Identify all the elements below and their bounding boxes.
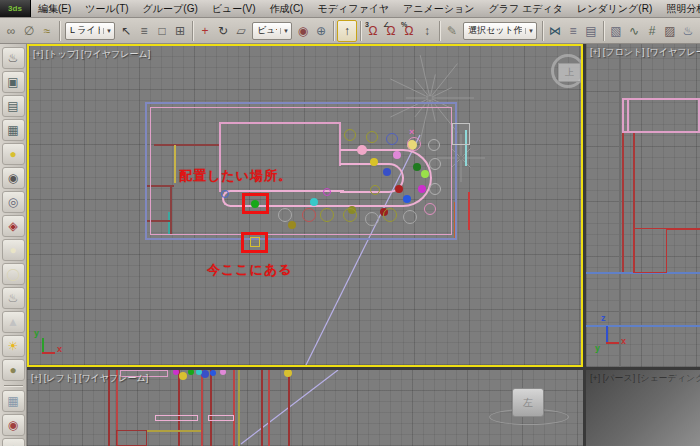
menu-item[interactable]: モディファイヤ [310,2,396,16]
layer-manager-icon[interactable]: ▤ [582,21,600,41]
select-and-rotate-icon[interactable]: ↻ [214,21,232,41]
mirror-icon[interactable]: ⋈ [546,21,564,41]
light-ring [320,208,334,222]
use-pivot-center-icon[interactable]: ◉ [294,21,312,41]
menu-item[interactable]: 作成(C) [263,2,311,16]
rectangular-selection-icon[interactable]: □ [153,21,171,41]
viewport-perspective-label[interactable]: [+] [パース] [シェーディング] [590,372,700,385]
viewport-top-label[interactable]: [+] [トップ] [ワイヤフレーム] [33,48,150,61]
select-and-move-icon[interactable]: + [196,21,214,41]
red-camera-icon[interactable]: ◈ [2,215,25,237]
unlink-selection-icon[interactable]: ∅ [20,21,38,41]
toolbar-separator [542,21,543,41]
wireframe-line [147,430,201,432]
menu-item[interactable]: グループ(G) [136,2,205,16]
wireframe-line [606,342,619,344]
disc-icon[interactable]: ◎ [2,191,25,213]
cone-object-icon[interactable]: ▲ [2,311,25,333]
select-and-link-icon[interactable]: ∞ [2,21,20,41]
gray-teapot-icon[interactable]: ♨ [2,287,25,309]
left-table-1 [155,415,198,421]
wireframe-line [468,192,470,230]
pyramid-icon[interactable]: △ [2,438,25,446]
wireframe-line [42,338,44,352]
wireframe-line [233,370,235,446]
teapot-icon[interactable]: ♨ [2,47,25,69]
spheres-icon[interactable]: ◉ [2,414,25,436]
toolbar-separator [59,21,60,41]
menu-item[interactable]: ビュー(V) [205,2,263,16]
toolbar-separator [360,21,361,41]
angle-snap-icon[interactable]: Ω∠ [382,21,400,41]
wireframe-line [261,370,263,446]
curve-editor-icon[interactable]: ∿ [625,21,643,41]
light-dot [393,151,401,159]
annotation-place-label: 配置したい場所。 [179,167,292,185]
viewport-left-label[interactable]: [+] [レフト] [ワイヤフレーム] [31,372,148,385]
film-camera-icon[interactable]: ◉ [2,167,25,189]
light-ring [370,185,380,195]
console-panel-icon[interactable]: ▦ [2,119,25,141]
viewcube-top-face[interactable]: 上 [558,63,581,82]
sun-icon[interactable]: ☀ [2,335,25,357]
viewport-top[interactable]: ×yx [+] [トップ] [ワイヤフレーム] 上 配置したい場所。 今ここにあ… [27,44,583,367]
viewcube-left-face[interactable]: 左 [512,388,544,417]
wireframe-line [667,228,700,230]
light-ring [424,203,436,215]
wireframe-line [622,133,624,273]
light-dot [421,170,429,178]
toolbar-separator [4,385,23,386]
menu-item[interactable]: 照明分析 [659,2,700,16]
chevron-down-icon: ▼ [525,28,534,34]
window-crossing-icon[interactable]: ⊞ [171,21,189,41]
percent-snap-icon[interactable]: Ω% [400,21,418,41]
ribbon-toggle-icon[interactable]: ▧ [607,21,625,41]
app-logo-icon[interactable]: 3ds [0,0,31,17]
wireframe-line [268,370,270,446]
select-object-icon[interactable]: ↖ [117,21,135,41]
omni-light-icon[interactable]: ● [2,359,25,381]
light-dot [179,372,187,380]
material-editor-icon[interactable]: ▨ [661,21,679,41]
menu-item[interactable]: ツール(T) [78,2,135,16]
light-bulb-icon[interactable]: ● [2,143,25,165]
menu-item[interactable]: アニメーション [396,2,481,16]
list-panel-icon[interactable]: ▤ [2,95,25,117]
viewport-front-label[interactable]: [+] [フロント] [ワイヤフレーム] [590,46,700,59]
dome-object-icon[interactable]: ● [2,239,25,261]
light-ring [366,131,378,143]
toolbar-separator [333,21,334,41]
ring-object-icon[interactable]: ◯ [2,263,25,285]
main-toolbar: ∞∅≈L ライト▼↖≡□⊞+↻▱ビュー▼◉⊕↑Ω3Ω∠Ω%↕✎選択セット作成▼⋈… [0,18,700,44]
keyboard-override-icon[interactable]: ↑ [337,20,357,42]
menu-item[interactable]: 編集(E) [31,2,78,16]
schematic-view-icon[interactable]: # [643,21,661,41]
waffle-grid-icon[interactable]: ▦ [2,390,25,412]
light-ring [365,212,379,226]
named-selection-dropdown[interactable]: 選択セット作成▼ [463,22,537,40]
menu-item[interactable]: レンダリング(R) [570,2,659,16]
wireframe-line [288,370,290,446]
render-window-icon[interactable]: ▣ [2,71,25,93]
edit-named-selections-icon[interactable]: ✎ [443,21,461,41]
left-red-box [116,430,147,446]
light-dot [395,185,403,193]
viewport-perspective[interactable]: [+] [パース] [シェーディング] [586,370,700,446]
wireframe-line [586,325,700,327]
render-setup-icon[interactable]: ♨ [679,21,697,41]
select-by-name-icon[interactable]: ≡ [135,21,153,41]
selection-filter-dropdown[interactable]: L ライト▼ [65,22,115,40]
select-and-manipulate-icon[interactable]: ⊕ [312,21,330,41]
select-and-scale-icon[interactable]: ▱ [232,21,250,41]
align-icon[interactable]: ≡ [564,21,582,41]
light-ring [344,129,356,141]
snap-toggle-3d-icon[interactable]: Ω3 [364,21,382,41]
viewport-left[interactable]: [+] [レフト] [ワイヤフレーム] 左 [27,370,583,446]
spinner-snap-icon[interactable]: ↕ [418,21,436,41]
toolbar-separator [192,21,193,41]
viewport-front[interactable]: zxy [+] [フロント] [ワイヤフレーム] [586,44,700,367]
bind-to-space-warp-icon[interactable]: ≈ [38,21,56,41]
reference-coordinate-dropdown[interactable]: ビュー▼ [252,22,292,40]
window-notch [452,123,470,145]
menu-item[interactable]: グラフ エディタ [482,2,570,16]
